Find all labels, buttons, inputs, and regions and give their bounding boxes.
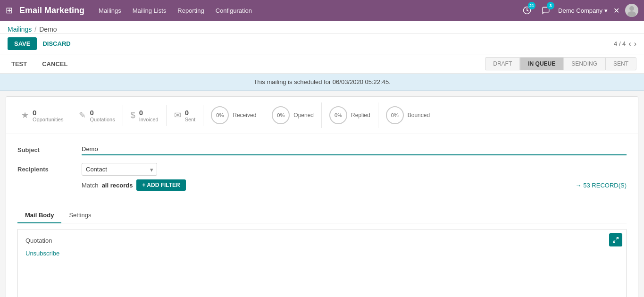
bounced-circle: 0% <box>386 106 404 124</box>
add-filter-button[interactable]: + ADD FILTER <box>136 179 185 191</box>
recipients-select[interactable]: Contact Lead/Opportunity Mailing List <box>82 163 157 176</box>
stage-sending[interactable]: SENDING <box>563 57 605 70</box>
match-text: Match all records <box>82 182 133 189</box>
opportunities-label: Opportunities <box>33 117 63 122</box>
main-card: ★ 0 Opportunities ✎ 0 Quotations $ 0 Inv… <box>6 96 638 297</box>
breadcrumb-parent[interactable]: Mailings <box>8 25 32 33</box>
received-label: Received <box>233 112 256 119</box>
svg-point-2 <box>627 11 636 17</box>
grid-icon[interactable]: ⊞ <box>6 5 13 16</box>
expand-button[interactable] <box>609 233 622 246</box>
svg-point-1 <box>629 6 634 11</box>
nav-right: 21 3 Demo Company ▾ ✕ <box>520 4 638 17</box>
user-avatar[interactable] <box>625 4 638 17</box>
stat-opportunities[interactable]: ★ 0 Opportunities <box>14 105 71 126</box>
nav-reporting[interactable]: Reporting <box>177 7 204 14</box>
close-button[interactable]: ✕ <box>613 6 619 15</box>
stat-quotations[interactable]: ✎ 0 Quotations <box>71 105 123 126</box>
dollar-icon: $ <box>131 110 135 120</box>
app-title: Email Marketing <box>19 6 84 16</box>
prev-page-arrow[interactable]: ‹ <box>628 40 631 48</box>
form-area: Subject Recipients Contact Lead/Opportun… <box>6 134 638 208</box>
pagination: 4 / 4 ‹ › <box>614 40 636 48</box>
recipients-select-wrapper: Contact Lead/Opportunity Mailing List ▾ <box>82 163 157 176</box>
stat-opened[interactable]: 0% Opened <box>264 102 322 128</box>
quotations-count: 0 <box>90 109 115 117</box>
invoiced-count: 0 <box>139 109 159 117</box>
nav-links: Mailings Mailing Lists Reporting Configu… <box>99 7 520 14</box>
company-dropdown-icon: ▾ <box>604 7 608 14</box>
stage-draft[interactable]: DRAFT <box>485 57 520 70</box>
status-bar: TEST CANCEL DRAFT IN QUEUE SENDING SENT <box>0 54 644 74</box>
stat-replied[interactable]: 0% Replied <box>322 102 378 128</box>
match-prefix: Match <box>82 182 98 189</box>
match-bold: all records <box>102 182 133 189</box>
clock-badge-icon[interactable]: 21 <box>520 4 534 17</box>
stage-sent[interactable]: SENT <box>605 57 636 70</box>
stat-sent[interactable]: ✉ 0 Sent <box>167 105 204 126</box>
bounced-label: Bounced <box>408 112 430 119</box>
subject-input[interactable] <box>82 144 627 155</box>
next-page-arrow[interactable]: › <box>634 40 636 48</box>
nav-mailings[interactable]: Mailings <box>99 7 121 14</box>
filter-row: Match all records + ADD FILTER → 53 RECO… <box>82 179 627 191</box>
subject-row: Subject <box>17 144 627 155</box>
stats-row: ★ 0 Opportunities ✎ 0 Quotations $ 0 Inv… <box>6 97 638 134</box>
nav-mailing-lists[interactable]: Mailing Lists <box>133 7 167 14</box>
chat-badge-icon[interactable]: 3 <box>539 4 552 17</box>
chat-badge-count: 3 <box>547 2 554 9</box>
status-stages: DRAFT IN QUEUE SENDING SENT <box>485 57 636 70</box>
tab-mail-body[interactable]: Mail Body <box>17 208 61 223</box>
cancel-button[interactable]: CANCEL <box>38 59 71 69</box>
records-link[interactable]: → 53 RECORD(S) <box>575 182 627 189</box>
subject-field <box>82 144 627 155</box>
envelope-icon: ✉ <box>174 110 181 120</box>
stat-bounced[interactable]: 0% Bounced <box>378 102 437 128</box>
recipients-row: Recipients Contact Lead/Opportunity Mail… <box>17 163 627 191</box>
tabs-row: Mail Body Settings <box>17 208 627 223</box>
sent-count: 0 <box>185 109 196 117</box>
opened-circle: 0% <box>272 106 290 124</box>
save-button[interactable]: SAVE <box>8 37 37 50</box>
recipients-label: Recipients <box>17 163 74 173</box>
pagination-count: 4 / 4 <box>614 40 626 47</box>
records-count: 53 RECORD(S) <box>583 182 627 189</box>
discard-button[interactable]: DISCARD <box>42 40 70 47</box>
schedule-message: This mailing is scheduled for 06/03/2020… <box>253 78 391 85</box>
invoiced-label: Invoiced <box>139 117 159 122</box>
schedule-bar: This mailing is scheduled for 06/03/2020… <box>0 74 644 91</box>
received-circle: 0% <box>211 106 229 124</box>
stat-received[interactable]: 0% Received <box>203 102 264 128</box>
clock-badge-count: 21 <box>528 2 535 9</box>
test-button[interactable]: TEST <box>8 59 31 69</box>
unsubscribe-link[interactable]: Unsubscribe <box>25 250 59 257</box>
sent-label: Sent <box>185 117 196 122</box>
star-icon: ★ <box>21 110 29 120</box>
action-bar: SAVE DISCARD 4 / 4 ‹ › <box>0 34 644 54</box>
pencil-icon: ✎ <box>79 110 86 120</box>
breadcrumb-current: Demo <box>39 25 57 33</box>
mail-body-text: Quotation <box>25 237 619 244</box>
breadcrumb-separator: / <box>34 25 36 33</box>
mail-body-content: Quotation Unsubscribe <box>17 229 627 297</box>
opened-label: Opened <box>293 112 314 119</box>
replied-label: Replied <box>351 112 370 119</box>
replied-circle: 0% <box>329 106 347 124</box>
arrow-right-icon: → <box>575 182 581 189</box>
recipients-field: Contact Lead/Opportunity Mailing List ▾ … <box>82 163 627 191</box>
subject-label: Subject <box>17 144 74 153</box>
stage-in-queue[interactable]: IN QUEUE <box>520 57 563 70</box>
quotations-label: Quotations <box>90 117 115 122</box>
stat-invoiced[interactable]: $ 0 Invoiced <box>123 105 167 126</box>
nav-configuration[interactable]: Configuration <box>216 7 252 14</box>
tab-settings[interactable]: Settings <box>61 208 99 223</box>
top-navigation: ⊞ Email Marketing Mailings Mailing Lists… <box>0 0 644 21</box>
company-name: Demo Company <box>558 7 602 14</box>
company-selector[interactable]: Demo Company ▾ <box>558 7 608 14</box>
breadcrumb-bar: Mailings / Demo <box>0 21 644 34</box>
page-container: Mailings / Demo SAVE DISCARD 4 / 4 ‹ › T… <box>0 21 644 297</box>
opportunities-count: 0 <box>33 109 63 117</box>
